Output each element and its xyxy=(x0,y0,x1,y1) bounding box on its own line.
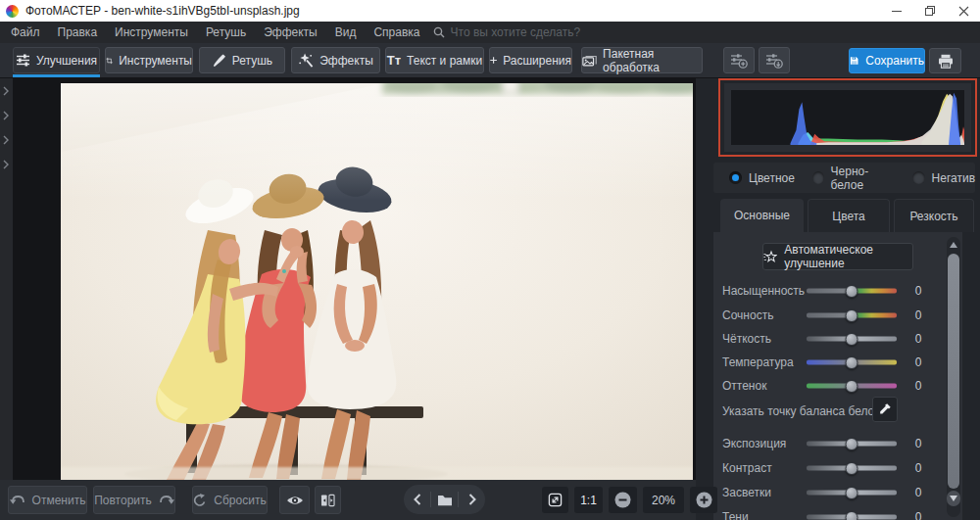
slider-value: 0 xyxy=(906,284,931,298)
next-photo-button[interactable] xyxy=(459,485,485,514)
printer-icon xyxy=(938,54,954,69)
slider-track[interactable] xyxy=(807,515,897,520)
panel-scrollbar[interactable] xyxy=(947,237,960,517)
close-button[interactable] xyxy=(947,0,980,22)
scroll-up-button[interactable] xyxy=(947,237,960,252)
tab-retouch[interactable]: Ретушь xyxy=(199,47,285,73)
slider-track[interactable] xyxy=(807,491,897,496)
expand-panel-arrow-icon[interactable] xyxy=(3,111,10,120)
tab-text-frames[interactable]: Tт Текст и рамки xyxy=(385,47,484,73)
slider-thumb[interactable] xyxy=(846,462,858,475)
slider-row-shadows: Тени 0 xyxy=(713,509,962,520)
zoom-out-button[interactable] xyxy=(609,487,637,513)
radio-color[interactable]: Цветное xyxy=(729,171,795,185)
print-button[interactable] xyxy=(929,48,961,73)
minimize-button[interactable] xyxy=(880,0,913,22)
scroll-down-button[interactable] xyxy=(947,491,960,506)
slider-track[interactable] xyxy=(807,313,897,318)
radio-selected-dot xyxy=(729,171,742,184)
slider-row-temperature: Температура 0 xyxy=(713,355,962,370)
previous-photo-button[interactable] xyxy=(404,485,430,514)
slider-thumb[interactable] xyxy=(846,309,858,322)
photo-canvas[interactable] xyxy=(61,83,693,480)
slider-track[interactable] xyxy=(807,337,897,342)
slider-thumb[interactable] xyxy=(846,487,858,499)
save-label: Сохранить xyxy=(865,54,924,68)
reset-button[interactable]: Сбросить xyxy=(192,486,268,514)
zoom-actual-size-button[interactable]: 1:1 xyxy=(574,487,603,513)
slider-value: 0 xyxy=(906,486,931,499)
panel-tab-sharpness[interactable]: Резкость xyxy=(894,199,974,232)
compare-before-after-button[interactable] xyxy=(315,486,341,514)
redo-icon xyxy=(159,495,174,505)
slider-thumb[interactable] xyxy=(846,438,858,450)
panel-tab-basic[interactable]: Основные xyxy=(720,199,804,232)
slider-row-exposure: Экспозиция 0 xyxy=(713,436,962,451)
slider-thumb[interactable] xyxy=(846,285,858,298)
slider-track[interactable] xyxy=(807,360,897,365)
slider-thumb[interactable] xyxy=(846,511,858,520)
fit-to-screen-button[interactable] xyxy=(542,487,568,513)
tab-enhancements[interactable]: Улучшения xyxy=(13,47,100,73)
radio-negative[interactable]: Негатив xyxy=(912,171,975,185)
ratio-label: 1:1 xyxy=(580,494,597,507)
fit-screen-icon xyxy=(548,493,563,507)
undo-icon xyxy=(10,495,25,505)
tab-extensions[interactable]: Расширения xyxy=(489,47,572,73)
right-panel: Цветное Черно-белое Негатив Основные Цве… xyxy=(696,78,980,520)
expand-panel-arrow-icon[interactable] xyxy=(3,160,10,169)
radio-label: Негатив xyxy=(932,171,975,185)
slider-track[interactable] xyxy=(807,442,897,447)
menu-edit[interactable]: Правка xyxy=(49,22,107,43)
slider-thumb[interactable] xyxy=(846,333,858,346)
open-folder-button[interactable] xyxy=(431,485,458,514)
expand-panel-arrow-icon[interactable] xyxy=(3,135,10,145)
file-navigation-group xyxy=(404,485,485,514)
scrollbar-thumb[interactable] xyxy=(948,254,959,489)
eye-icon xyxy=(286,495,304,506)
undo-button[interactable]: Отменить xyxy=(8,486,87,514)
slider-track[interactable] xyxy=(807,289,897,294)
window-controls xyxy=(880,0,980,22)
radio-black-white[interactable]: Черно-белое xyxy=(812,165,895,192)
slider-track[interactable] xyxy=(807,384,897,389)
menu-effects[interactable]: Эффекты xyxy=(255,22,326,43)
save-button[interactable]: Сохранить xyxy=(849,48,925,73)
preview-original-button[interactable] xyxy=(279,486,310,514)
slider-thumb[interactable] xyxy=(846,380,858,393)
auto-enhance-button[interactable]: Автоматическое улучшение xyxy=(762,243,913,270)
left-collapse-strip xyxy=(0,78,13,480)
zoom-level-display[interactable]: 20% xyxy=(643,487,684,513)
menu-retouch[interactable]: Ретушь xyxy=(197,22,255,43)
slider-value: 0 xyxy=(906,510,931,520)
quick-search-field[interactable]: Что вы хотите сделать? xyxy=(433,25,581,39)
white-balance-label: Указать точку баланса белого xyxy=(722,404,885,418)
reset-label: Сбросить xyxy=(214,494,266,507)
tab-tools[interactable]: Инструменты xyxy=(105,47,193,73)
slider-track[interactable] xyxy=(807,466,897,471)
zoom-in-button[interactable] xyxy=(690,487,717,513)
preset-add-button[interactable] xyxy=(723,47,755,73)
slider-thumb[interactable] xyxy=(846,356,858,369)
reset-icon xyxy=(193,494,207,507)
radio-label: Цветное xyxy=(749,171,795,185)
magic-wand-icon xyxy=(298,53,314,68)
editing-canvas[interactable] xyxy=(13,78,696,480)
slider-label: Насыщенность xyxy=(722,284,805,298)
panel-tab-colors[interactable]: Цвета xyxy=(808,199,890,232)
arrow-up-icon xyxy=(950,242,957,248)
menu-tools[interactable]: Инструменты xyxy=(106,22,197,43)
tab-effects[interactable]: Эффекты xyxy=(291,47,380,73)
menu-help[interactable]: Справка xyxy=(365,22,428,43)
menu-file[interactable]: Файл xyxy=(2,22,49,43)
expand-panel-arrow-icon[interactable] xyxy=(3,86,10,96)
radio-label: Черно-белое xyxy=(831,165,895,192)
tab-batch-processing[interactable]: Пакетная обработка xyxy=(581,47,703,73)
undo-label: Отменить xyxy=(32,494,86,507)
white-balance-picker-button[interactable] xyxy=(872,397,898,422)
menu-view[interactable]: Вид xyxy=(326,22,366,43)
redo-button[interactable]: Повторить xyxy=(93,486,175,514)
preset-add-icon xyxy=(730,53,748,69)
restore-button[interactable] xyxy=(913,0,947,22)
preset-download-button[interactable] xyxy=(759,47,790,73)
